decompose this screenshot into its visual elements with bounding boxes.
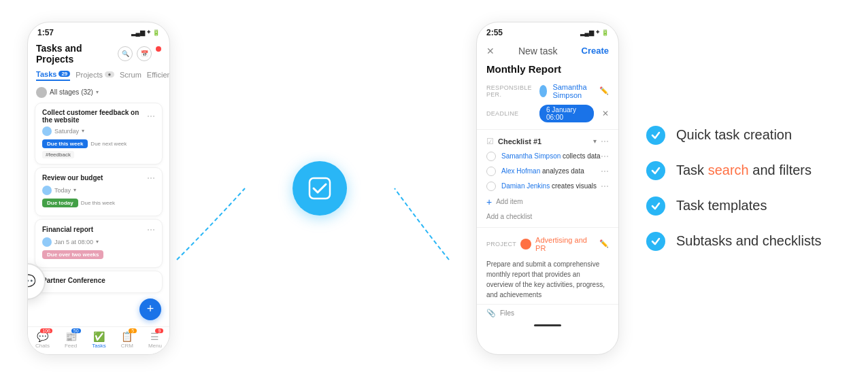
task-dots-1[interactable]: ⋯ <box>147 112 155 121</box>
task-card-4[interactable]: Partner Conference <box>35 271 163 293</box>
project-avatar <box>520 239 531 250</box>
feature-text-1: Quick task creation <box>676 127 792 143</box>
scroll-indicator <box>534 324 561 326</box>
checklist-item-3-more[interactable]: ⋯ <box>601 182 609 191</box>
task-description[interactable]: Prepare and submit a comprehensive month… <box>477 256 618 304</box>
right-signal-icon: ▂▄▆ <box>580 29 594 36</box>
left-status-bar: 1:57 ▂▄▆ ⌖ 🔋 <box>28 22 169 40</box>
nav-crm[interactable]: 📋 5 CRM <box>121 331 133 349</box>
task-title-3: Financial report <box>42 226 147 233</box>
checkbox-1[interactable] <box>486 152 496 161</box>
right-status-bar: 2:55 ▂▄▆ ⌖ 🔋 <box>477 22 618 40</box>
task-card-2[interactable]: Review our budget ⋯ Today ▾ Due today Du… <box>35 167 163 216</box>
right-status-icons: ▂▄▆ ⌖ 🔋 <box>580 29 609 36</box>
right-wifi-icon: ⌖ <box>596 29 599 36</box>
task-dots-2[interactable]: ⋯ <box>147 173 155 183</box>
bottom-nav: 💬 106 Chats 📰 50 Feed ✅ Tasks <box>28 326 169 354</box>
project-name[interactable]: Advertising and PR <box>535 236 599 252</box>
phone-right: 2:55 ▂▄▆ ⌖ 🔋 ✕ New task Create Monthly R… <box>476 22 619 355</box>
left-header-icons: 🔍 📅 <box>118 46 161 61</box>
task-date-3: Jan 5 at 08:00 <box>54 239 93 245</box>
deadline-badge[interactable]: 6 January 06:00 <box>539 105 594 122</box>
filter-label: All stages (32) <box>50 88 93 96</box>
dashed-connector-right <box>388 22 456 355</box>
responsible-label: RESPONSIBLE PER. <box>486 84 534 98</box>
tab-projects[interactable]: Projects ● <box>76 69 114 80</box>
filter-row[interactable]: All stages (32) ▾ <box>28 85 169 100</box>
left-phone-header: Tasks and Projects 🔍 📅 <box>28 40 169 69</box>
checklist-item-1-more[interactable]: ⋯ <box>601 152 609 161</box>
feature-text-4: Subtasks and checklists <box>676 233 821 249</box>
right-time: 2:55 <box>486 28 503 37</box>
add-checklist-row[interactable]: Add a checklist <box>477 210 618 223</box>
checklist-item-2-more[interactable]: ⋯ <box>601 167 609 176</box>
task-date-1: Saturday <box>54 128 79 135</box>
nav-tasks-label: Tasks <box>92 343 105 349</box>
files-icon: 📎 <box>486 309 496 318</box>
menu-icon: ☰ 9 <box>150 331 159 342</box>
checklist-item-2[interactable]: Alex Hofman analyzes data ⋯ <box>477 164 618 179</box>
checklist-header: ☑ Checklist #1 ▾ ⋯ <box>477 134 618 149</box>
checklist-more-icon[interactable]: ⋯ <box>601 137 609 146</box>
feature-item-1: Quick task creation <box>646 126 848 145</box>
files-label: Files <box>500 309 514 317</box>
tab-tasks[interactable]: Tasks 29 <box>36 69 70 81</box>
task-card-3[interactable]: Financial report ⋯ Jan 5 at 08:00 ▾ Due … <box>35 219 163 268</box>
close-button[interactable]: ✕ <box>486 46 495 56</box>
notification-dot <box>156 46 161 52</box>
left-tabs: Tasks 29 Projects ● Scrum Efficiency 75 <box>28 69 169 81</box>
task-status1-3: Due over two weeks <box>42 250 103 259</box>
checklist-action-1: collects data <box>563 152 601 160</box>
deadline-clear-icon[interactable]: ✕ <box>602 109 609 118</box>
add-checklist-label: Add a checklist <box>486 213 532 220</box>
chats-badge: 106 <box>40 328 52 333</box>
files-row[interactable]: 📎 Files <box>477 304 618 322</box>
checklist-chevron-icon[interactable]: ▾ <box>593 137 597 145</box>
task-card-1[interactable]: Collect customer feedback on the website… <box>35 103 163 165</box>
check-square-icon <box>307 175 333 201</box>
feature-item-2: Task search and filters <box>646 161 848 180</box>
search-icon[interactable]: 🔍 <box>118 46 133 61</box>
checkbox-3[interactable] <box>486 182 496 191</box>
add-item-row[interactable]: + Add item <box>477 194 618 210</box>
edit-project-icon[interactable]: ✏️ <box>599 239 609 248</box>
left-header-title: Tasks and Projects <box>36 43 118 65</box>
checklist-text-1: Samantha Simpson collects data <box>501 152 601 160</box>
tab-efficiency[interactable]: Efficiency 75 <box>147 69 170 80</box>
tasks-badge: 29 <box>59 71 70 77</box>
fab-add-button[interactable]: + <box>139 298 161 320</box>
right-battery-icon: 🔋 <box>601 29 609 36</box>
add-item-label: Add item <box>496 198 522 205</box>
nav-chats-label: Chats <box>35 343 50 349</box>
nav-menu[interactable]: ☰ 9 Menu <box>148 331 162 349</box>
feature-check-1 <box>646 126 665 145</box>
checkbox-2[interactable] <box>486 167 496 176</box>
task-status1-1: Due this week <box>42 139 88 148</box>
tab-scrum[interactable]: Scrum <box>120 69 141 80</box>
left-float-icon: 💬 <box>27 263 46 300</box>
nav-chats[interactable]: 💬 106 Chats <box>35 331 50 349</box>
feature-check-2 <box>646 161 665 180</box>
task-dots-3[interactable]: ⋯ <box>147 225 155 235</box>
calendar-icon[interactable]: 📅 <box>137 46 152 61</box>
task-name-field[interactable]: Monthly Report <box>477 61 618 80</box>
checklist-item-3[interactable]: Damian Jenkins creates visuals ⋯ <box>477 179 618 194</box>
menu-badge: 9 <box>155 328 163 333</box>
features-list: Quick task creation Task search and filt… <box>619 126 848 251</box>
task-avatar-1 <box>42 126 52 136</box>
create-button[interactable]: Create <box>582 46 609 56</box>
divider-1 <box>477 129 618 130</box>
checklist-item-1[interactable]: Samantha Simpson collects data ⋯ <box>477 149 618 164</box>
feature-check-4 <box>646 232 665 251</box>
left-time: 1:57 <box>37 28 54 37</box>
feature-text-3: Task templates <box>676 198 767 213</box>
responsible-value[interactable]: Samantha Simpson <box>552 83 594 99</box>
project-row: PROJECT Advertising and PR ✏️ <box>477 232 618 256</box>
task-tag-1: #feedback <box>42 151 74 158</box>
projects-badge: ● <box>105 71 114 78</box>
nav-tasks[interactable]: ✅ Tasks <box>92 331 105 349</box>
divider-2 <box>477 227 618 228</box>
edit-responsible-icon[interactable]: ✏️ <box>599 86 609 95</box>
nav-feed[interactable]: 📰 50 Feed <box>65 331 77 349</box>
checklist-name-3: Damian Jenkins <box>501 182 550 190</box>
